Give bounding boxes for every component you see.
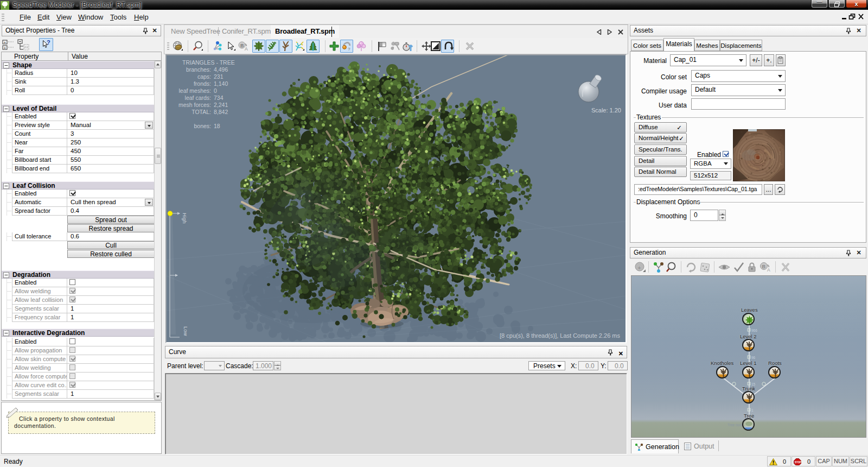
svg-text:966: 966 <box>751 329 757 332</box>
svg-text:A: A <box>245 46 248 52</box>
svg-text:?: ? <box>47 39 50 46</box>
svg-text:+: + <box>638 265 641 271</box>
svg-text:A: A <box>767 267 770 273</box>
svg-text:Low: Low <box>183 326 189 336</box>
svg-text:B: B <box>240 43 244 48</box>
svg-text:96: 96 <box>751 356 756 359</box>
svg-text:High: High <box>182 213 188 224</box>
svg-text:STOP: STOP <box>795 461 801 464</box>
svg-text:B: B <box>762 264 766 269</box>
svg-text:1: 1 <box>751 408 754 412</box>
svg-text:+: + <box>4 46 7 51</box>
svg-text:+: + <box>4 40 7 45</box>
svg-text:?: ? <box>348 47 350 52</box>
